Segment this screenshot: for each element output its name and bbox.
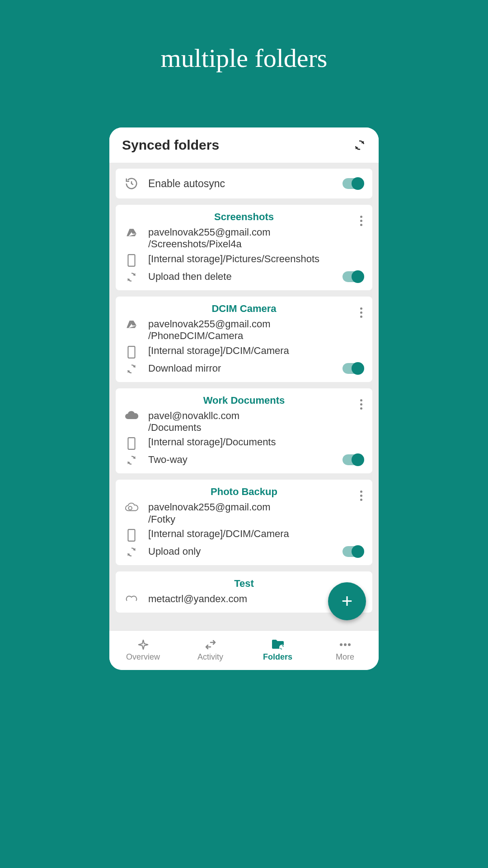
more-menu-icon[interactable] [357,305,365,321]
gdrive-icon [125,319,138,331]
local-path: [Internal storage]/DCIM/Camera [148,345,289,357]
dots-icon [339,639,351,651]
sync-mode-icon [125,454,138,466]
bottom-nav: Overview Activity Folders More [109,630,379,670]
content-area[interactable]: Enable autosync Screenshots pavelnovak25… [109,163,379,630]
folder-sync-icon [271,639,285,651]
svg-rect-0 [128,255,135,266]
cloud-path: pavelnovak255@gmail.com/PhoneDCIM/Camera [148,318,271,342]
local-path: [Internal storage]/Documents [148,436,276,448]
folder-title: Work Documents [125,395,363,406]
app-bar-title: Synced folders [122,137,219,153]
svg-point-7 [344,643,347,646]
svg-rect-4 [128,529,135,541]
cloud-path: metactrl@yandex.com [148,593,247,605]
phone-icon [125,346,138,359]
gdrive-icon [125,227,138,239]
svg-point-6 [340,643,343,646]
folder-card[interactable]: DCIM Camera pavelnovak255@gmail.com/Phon… [116,297,372,382]
nav-folders[interactable]: Folders [244,631,311,670]
folder-title: DCIM Camera [125,303,363,315]
folder-toggle[interactable] [343,363,363,374]
cloud-path: pavel@novakllc.com/Documents [148,410,239,434]
more-menu-icon[interactable] [357,488,365,504]
svg-point-8 [348,643,351,646]
folder-title: Photo Backup [125,486,363,498]
sync-icon[interactable] [353,139,366,151]
yandex-icon [125,594,138,603]
sync-mode-label: Upload only [148,546,333,557]
local-path: [Internal storage]/Pictures/Screenshots [148,253,319,265]
folder-title: Test [125,578,363,590]
folder-card[interactable]: Photo Backup pavelnovak255@gmail.com/Fot… [116,480,372,565]
history-icon [125,177,138,190]
nav-label: Activity [197,652,223,662]
folder-toggle[interactable] [343,271,363,282]
hero-title: multiple folders [161,43,328,73]
folder-card[interactable]: Screenshots pavelnovak255@gmail.com/Scre… [116,205,372,290]
add-folder-fab[interactable]: + [328,582,366,620]
cloud-path: pavelnovak255@gmail.com/Fotky [148,501,271,525]
svg-point-3 [128,506,132,510]
onedrive-icon [125,411,138,420]
folder-card[interactable]: Work Documents pavel@novakllc.com/Docume… [116,388,372,474]
sync-mode-label: Download mirror [148,363,333,374]
nav-overview[interactable]: Overview [109,631,177,670]
sync-mode-icon [125,363,138,375]
sync-mode-label: Upload then delete [148,271,333,283]
plus-icon: + [342,590,353,612]
phone-icon [125,529,138,542]
svg-rect-1 [128,346,135,358]
sync-mode-icon [125,546,138,558]
nav-label: Overview [126,652,160,662]
phone-icon [125,437,138,450]
autosync-toggle[interactable] [343,178,363,189]
device-frame: Synced folders Enable autosync [109,127,379,670]
nav-label: Folders [263,652,292,662]
phone-icon [125,254,138,267]
local-path: [Internal storage]/DCIM/Camera [148,528,289,540]
svg-rect-2 [128,438,135,449]
sparkle-icon [137,639,149,651]
folder-toggle[interactable] [343,546,363,557]
folder-title: Screenshots [125,211,363,223]
sync-mode-icon [125,271,138,283]
folder-toggle[interactable] [343,454,363,465]
app-bar: Synced folders [109,127,379,163]
autosync-card: Enable autosync [116,169,372,198]
more-menu-icon[interactable] [357,396,365,412]
nav-label: More [336,652,354,662]
arrows-icon [204,639,217,651]
nav-activity[interactable]: Activity [177,631,244,670]
nav-more[interactable]: More [311,631,379,670]
pcloud-icon [125,502,138,512]
autosync-label: Enable autosync [148,178,333,190]
sync-mode-label: Two-way [148,454,333,466]
more-menu-icon[interactable] [357,213,365,229]
svg-point-5 [279,645,285,650]
cloud-path: pavelnovak255@gmail.com/Screenshots/Pixe… [148,226,271,250]
